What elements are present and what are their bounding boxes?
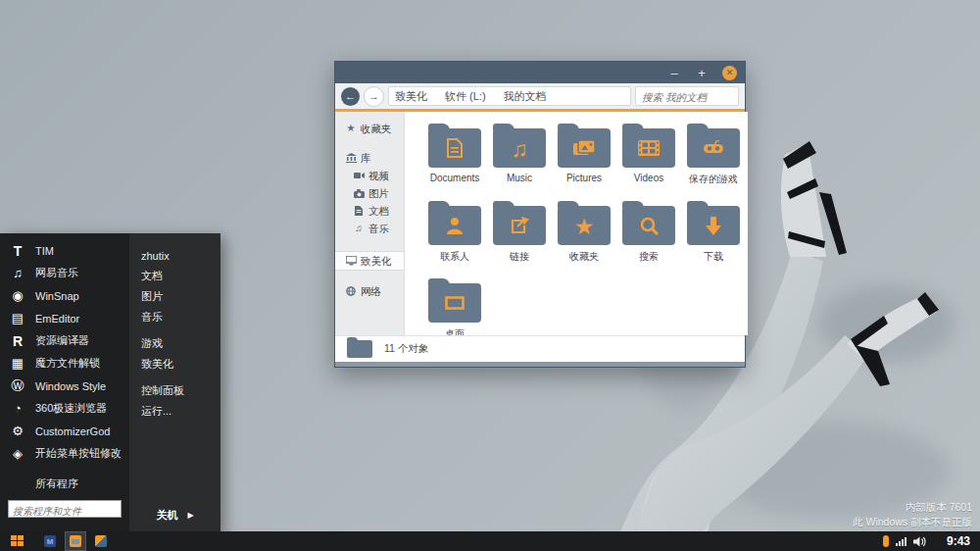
window-bottom-edge (335, 362, 745, 367)
sidebar-label: 网络 (361, 285, 381, 297)
start-item-emeditor[interactable]: ▤ EmEditor (0, 307, 129, 329)
start-item-360-browser[interactable]: ◔ 360极速浏览器 (0, 397, 129, 420)
breadcrumb-my-documents[interactable]: 我的文档 (504, 89, 547, 104)
start-item-winsnap[interactable]: ◉ WinSnap (0, 284, 129, 307)
film-icon (638, 140, 660, 156)
network-signal-icon[interactable] (896, 536, 906, 546)
start-place-zhutix[interactable]: zhutix (129, 245, 220, 266)
start-place-games[interactable]: 游戏 (129, 333, 220, 354)
start-item-windows-style[interactable]: Ⓦ Windows Style (0, 375, 129, 397)
gamepad-icon (702, 140, 725, 156)
start-search-input[interactable] (9, 504, 121, 520)
explorer-search-input[interactable] (636, 88, 738, 106)
folder-item-downloads[interactable]: 下载 (683, 199, 744, 276)
folder-item-search[interactable]: 搜索 (618, 199, 679, 276)
folder-item-pictures[interactable]: Pictures (554, 122, 614, 199)
maximize-button[interactable]: + (695, 67, 709, 79)
grid-cube-icon: ▦ (10, 356, 25, 372)
show-hidden-icons-button[interactable] (883, 535, 889, 547)
sidebar-item-videos[interactable]: 视频 (335, 167, 404, 184)
breadcrumb-drive[interactable]: 软件 (L:) (445, 89, 486, 104)
start-menu-programs: T TIM ♫ 网易音乐 ◉ WinSnap ▤ EmEditor R 资源编译… (0, 233, 129, 534)
taskbar-app-orange[interactable] (90, 531, 112, 551)
shutdown-button[interactable]: 关机 ▶ (129, 508, 220, 523)
start-search-box[interactable] (8, 500, 122, 518)
folder-icon (428, 206, 481, 245)
camera-icon (353, 189, 365, 198)
folder-item-documents[interactable]: Documents (424, 122, 485, 199)
forward-button[interactable]: → (364, 86, 384, 107)
folder-label: 链接 (510, 250, 529, 264)
start-place-computer[interactable]: 致美化 (129, 354, 220, 375)
start-item-label: Windows Style (35, 380, 106, 392)
folder-icon (687, 128, 740, 168)
windows-logo-icon (11, 535, 24, 547)
watermark-genuine: 此 Windows 副本不是正版 (853, 515, 972, 529)
folder-item-contacts[interactable]: 联系人 (424, 199, 485, 276)
sidebar-item-computer[interactable]: 致美化 (335, 251, 404, 271)
sidebar-item-libraries[interactable]: 库 (335, 149, 404, 167)
start-place-control-panel[interactable]: 控制面板 (129, 380, 220, 401)
monitor-icon (445, 296, 465, 310)
folder-item-favorites[interactable]: ★ 收藏夹 (554, 199, 614, 276)
start-item-customizergod[interactable]: ⚙ CustomizerGod (0, 420, 129, 442)
sidebar-item-music[interactable]: ♫ 音乐 (335, 220, 404, 237)
item-count: 11 个对象 (384, 342, 428, 356)
folder-item-music[interactable]: ♫ Music (489, 122, 550, 199)
close-button[interactable]: ✕ (722, 66, 737, 80)
sidebar-item-pictures[interactable]: 图片 (335, 184, 404, 202)
start-button[interactable] (0, 531, 33, 551)
start-menu: T TIM ♫ 网易音乐 ◉ WinSnap ▤ EmEditor R 资源编译… (0, 233, 220, 534)
explorer-titlebar[interactable]: – + ✕ (335, 62, 745, 83)
taskbar-clock[interactable]: 9:43 (947, 534, 970, 548)
down-arrow-icon (706, 217, 721, 235)
music-note-icon: ♫ (353, 223, 365, 234)
sidebar-item-network[interactable]: 网络 (335, 282, 404, 300)
speaker-icon[interactable] (913, 536, 926, 547)
emeditor-icon: ▤ (10, 311, 25, 326)
status-folder-icon (347, 340, 372, 358)
folder-app-icon (70, 535, 81, 547)
start-place-pictures[interactable]: 图片 (129, 286, 220, 307)
sidebar-label: 文档 (368, 205, 389, 217)
address-bar[interactable]: 致美化 软件 (L:) 我的文档 (388, 86, 631, 106)
taskbar-app-blue[interactable]: M (39, 531, 61, 551)
start-item-startbutton-mod[interactable]: ◈ 开始菜单按钮修改 (0, 442, 129, 465)
minimize-button[interactable]: – (667, 67, 681, 79)
back-button[interactable]: ← (341, 87, 360, 106)
start-item-resource-compiler[interactable]: R 资源编译器 (0, 329, 129, 352)
start-item-label: CustomizerGod (35, 426, 110, 437)
folder-label: Documents (430, 173, 480, 183)
sidebar-item-favorites[interactable]: ★ 收藏夹 (335, 120, 404, 137)
start-menu-places: zhutix 文档 图片 音乐 游戏 致美化 控制面板 运行... 关机 ▶ (129, 233, 220, 534)
start-place-documents[interactable]: 文档 (129, 266, 220, 286)
folder-icon (622, 206, 675, 245)
folder-item-saved-games[interactable]: 保存的游戏 (683, 122, 744, 199)
all-programs-button[interactable]: 所有程序 (0, 473, 129, 494)
breadcrumb-zhuimeihua[interactable]: 致美化 (395, 89, 427, 104)
app-icon-orange-blue (95, 535, 107, 547)
start-item-label: 魔方文件解锁 (35, 356, 100, 371)
folder-item-videos[interactable]: Videos (618, 122, 679, 199)
start-item-netease-music[interactable]: ♫ 网易音乐 (0, 262, 129, 284)
start-item-mofang-unlock[interactable]: ▦ 魔方文件解锁 (0, 352, 129, 375)
start-item-label: 资源编译器 (35, 333, 89, 348)
sidebar-label: 库 (361, 152, 371, 164)
chevron-right-icon[interactable]: ▶ (187, 511, 193, 520)
globe-icon (345, 286, 357, 296)
folder-label: Music (507, 173, 532, 183)
folder-icon (687, 206, 740, 245)
sidebar-item-documents[interactable]: 文档 (335, 202, 404, 220)
start-place-music[interactable]: 音乐 (129, 307, 220, 327)
pin-star-icon: ★ (345, 123, 357, 134)
folder-item-links[interactable]: 链接 (489, 199, 550, 276)
explorer-statusbar: 11 个对象 (335, 335, 745, 362)
start-item-label: 360极速浏览器 (35, 401, 107, 416)
taskbar-app-explorer-active[interactable] (65, 531, 86, 551)
app-icon-blue: M (44, 535, 56, 547)
start-item-tim[interactable]: T TIM (0, 239, 129, 262)
explorer-search-box[interactable] (635, 86, 739, 106)
folder-label: Pictures (566, 173, 602, 183)
start-place-run[interactable]: 运行... (129, 401, 220, 422)
folder-label: 搜索 (639, 250, 659, 264)
